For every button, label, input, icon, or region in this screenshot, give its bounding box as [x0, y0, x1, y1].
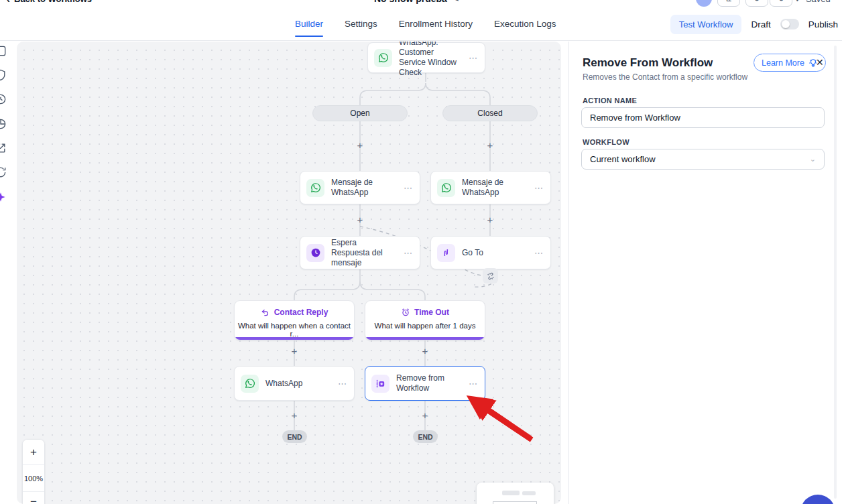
node-label: Mensaje de WhatsApp: [462, 178, 528, 198]
more-icon[interactable]: ⋯: [469, 379, 478, 389]
workflow-title: No show prueba ✎: [374, 0, 459, 4]
node-whatsapp-window-check[interactable]: WhatsApp: Customer Service Window Check …: [367, 42, 485, 73]
learn-more-button[interactable]: Learn More: [754, 54, 826, 72]
left-toolbar: [0, 42, 17, 504]
goto-icon: [437, 244, 455, 262]
action-name-input[interactable]: [581, 107, 825, 128]
more-icon[interactable]: ⋯: [469, 53, 478, 63]
workflow-label: WORKFLOW: [583, 138, 629, 146]
node-label: WhatsApp: [265, 379, 331, 389]
add-step-button[interactable]: +: [485, 140, 495, 151]
end-badge: END: [413, 430, 438, 443]
whatsapp-icon: [437, 179, 455, 197]
workflow-select[interactable]: Current workflow ⌄: [581, 149, 825, 170]
app-header: ‹ Back to Workflows No show prueba ✎ •••…: [0, 0, 842, 7]
reply-icon: [261, 308, 270, 317]
wait-clock-icon: [306, 244, 324, 262]
node-espera-respuesta[interactable]: Espera Respuesta del mensaje ⋯: [300, 236, 420, 269]
chevron-left-icon: ‹: [7, 0, 10, 5]
node-remove-from-workflow[interactable]: Remove from Workflow ⋯: [365, 366, 485, 401]
check-icon: ✓: [795, 0, 802, 4]
chevron-down-icon: ⌄: [810, 155, 816, 164]
close-icon[interactable]: ✕: [816, 57, 824, 68]
clock-icon[interactable]: [0, 92, 7, 106]
branch-pill-closed[interactable]: Closed: [442, 105, 538, 121]
node-time-out[interactable]: Time Out What will happen after 1 days: [365, 300, 485, 340]
panel-subtitle: Removes the Contact from a specific work…: [583, 72, 747, 82]
whatsapp-icon: [241, 375, 259, 393]
tab-bar: Builder Settings Enrollment History Exec…: [0, 7, 842, 41]
branch-subtitle: What will happen after 1 days: [365, 322, 485, 330]
node-label: Go To: [462, 248, 528, 258]
redo-button[interactable]: ↻: [770, 0, 792, 7]
tab-settings[interactable]: Settings: [345, 7, 377, 41]
ai-sparkle-icon[interactable]: [0, 190, 7, 204]
undo-button[interactable]: ↺: [745, 0, 768, 7]
node-mensaje-whatsapp-left[interactable]: Mensaje de WhatsApp ⋯: [300, 171, 420, 204]
back-to-workflows-link[interactable]: ‹ Back to Workflows: [7, 0, 92, 5]
node-go-to[interactable]: Go To ⋯: [430, 236, 551, 269]
node-label: Remove from Workflow: [396, 373, 462, 393]
draft-label: Draft: [751, 19, 770, 29]
action-name-label: ACTION NAME: [583, 97, 637, 105]
stats-button[interactable]: ⊾: [717, 0, 740, 7]
action-settings-panel: Remove From Workflow Learn More ✕ Remove…: [568, 42, 842, 504]
add-step-button[interactable]: +: [289, 346, 300, 357]
panel-title: Remove From Workflow: [583, 56, 713, 70]
branch-subtitle: What will happen when a contact r...: [235, 322, 354, 338]
zoom-out-button[interactable]: −: [23, 492, 44, 504]
add-step-button[interactable]: +: [355, 214, 365, 225]
edit-title-icon[interactable]: ✎: [453, 0, 459, 3]
more-icon[interactable]: ⋯: [534, 183, 544, 193]
unlink-icon[interactable]: [483, 268, 498, 284]
tab-enrollment-history[interactable]: Enrollment History: [399, 7, 473, 41]
add-step-button[interactable]: +: [420, 346, 430, 357]
add-step-button[interactable]: +: [485, 214, 495, 225]
node-label: WhatsApp: Customer Service Window Check: [399, 42, 462, 78]
zoom-in-button[interactable]: +: [23, 440, 44, 465]
external-link-icon[interactable]: [0, 141, 7, 155]
pie-chart-icon[interactable]: [0, 117, 7, 131]
whatsapp-icon: [374, 49, 392, 67]
shield-icon[interactable]: [0, 68, 7, 82]
add-step-button[interactable]: +: [355, 140, 365, 151]
publish-toggle[interactable]: [780, 19, 799, 29]
zoom-level: 100%: [23, 465, 44, 492]
end-badge: END: [282, 430, 307, 443]
workflow-canvas[interactable]: WhatsApp: Customer Service Window Check …: [17, 42, 561, 504]
learn-more-label: Learn More: [762, 58, 804, 68]
alarm-clock-icon: [401, 308, 410, 317]
whatsapp-icon: [306, 179, 324, 197]
sync-icon[interactable]: [0, 166, 7, 179]
more-icon[interactable]: ⋯: [404, 248, 413, 258]
remove-from-workflow-icon: [371, 375, 389, 393]
panel-icon[interactable]: [0, 44, 7, 58]
node-mensaje-whatsapp-right[interactable]: Mensaje de WhatsApp ⋯: [430, 171, 551, 204]
tab-execution-logs[interactable]: Execution Logs: [494, 7, 556, 41]
add-step-button[interactable]: +: [289, 410, 300, 421]
node-label: Mensaje de WhatsApp: [331, 178, 397, 198]
avatar[interactable]: •••: [696, 0, 712, 7]
more-icon[interactable]: ⋯: [338, 379, 347, 389]
test-workflow-button[interactable]: Test Workflow: [670, 15, 742, 34]
node-whatsapp[interactable]: WhatsApp ⋯: [234, 366, 355, 401]
branch-title-label: Contact Reply: [274, 308, 328, 317]
node-label: Espera Respuesta del mensaje: [331, 238, 397, 268]
more-icon[interactable]: ⋯: [534, 248, 544, 258]
saved-status: ✓ Saved: [795, 0, 831, 4]
more-icon[interactable]: ⋯: [404, 183, 413, 193]
publish-label: Publish: [808, 19, 838, 29]
zoom-controls: + 100% −: [22, 439, 45, 504]
panel-scrollbar[interactable]: [834, 46, 837, 499]
back-label: Back to Workflows: [14, 0, 92, 4]
minimap[interactable]: [477, 483, 554, 504]
branch-title-label: Time Out: [414, 308, 449, 317]
node-contact-reply[interactable]: Contact Reply What will happen when a co…: [234, 300, 355, 340]
tab-builder[interactable]: Builder: [295, 7, 323, 41]
workflow-select-value: Current workflow: [590, 154, 656, 164]
add-step-button[interactable]: +: [420, 410, 430, 421]
branch-pill-open[interactable]: Open: [312, 105, 408, 121]
